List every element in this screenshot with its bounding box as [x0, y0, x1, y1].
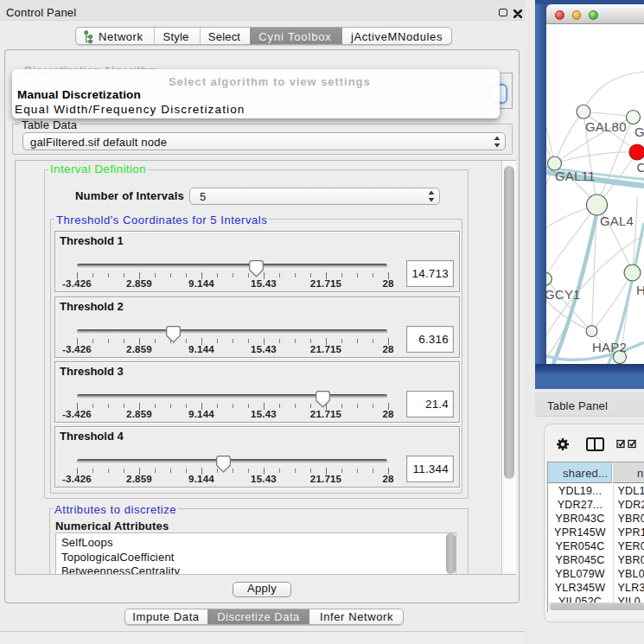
svg-text:GAL4: GAL4 [600, 214, 634, 228]
svg-text:HI: HI [636, 283, 644, 297]
svg-text:GA: GA [634, 124, 644, 139]
svg-text:GAL11: GAL11 [555, 169, 596, 183]
svg-text:GCY1: GCY1 [546, 287, 581, 302]
svg-text:GAL80: GAL80 [585, 119, 627, 134]
svg-text:HAP2: HAP2 [592, 340, 627, 354]
svg-text:CY: CY [637, 160, 644, 175]
